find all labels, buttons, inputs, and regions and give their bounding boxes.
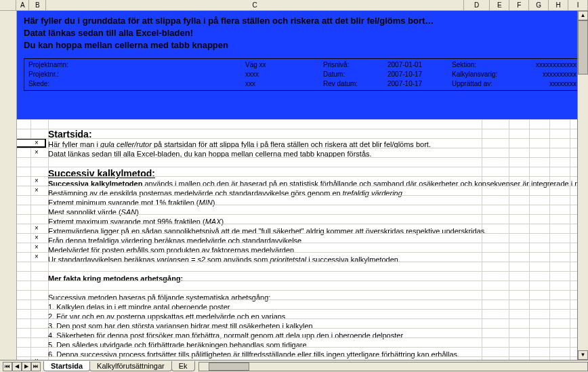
text-line: Medelvärdet för posten erhålls som produ… [48, 245, 588, 255]
text-line: Extremt minimum svarande mot 1% fraktile… [48, 198, 588, 207]
banner-line: Datat länkas sedan till alla Excel-blade… [24, 27, 581, 39]
horizontal-scrollbar[interactable] [198, 362, 588, 371]
info-row: Projektnamn: Väg xx Prisnivå: 2007-01-01… [28, 60, 576, 70]
bullet-x: × [27, 243, 46, 252]
column-header-row: A B C D E F G H I [0, 0, 588, 11]
info-value: xxxxxxxxxx [523, 70, 576, 79]
text-line: Ur standardavvikelsen beräknas variansen… [48, 255, 588, 264]
bullet-x: × [27, 224, 46, 233]
text-line: 2. För var och en av posterna uppskattas… [48, 312, 588, 321]
info-value: 2007-01-01 [387, 60, 452, 70]
info-value: xxxxxxxxxxxx [523, 60, 576, 70]
bullet-x: × [27, 252, 46, 262]
scroll-up-button[interactable]: ▲ [578, 11, 588, 20]
info-value: Väg xx [245, 60, 323, 70]
col-header[interactable]: A [16, 0, 29, 10]
text-line: Datat länkas sedan till alla Excel-blade… [48, 149, 588, 159]
vscroll-track[interactable] [578, 20, 588, 350]
info-label: Kalkylansvarig: [452, 70, 523, 79]
col-header[interactable]: C [46, 0, 463, 10]
info-row: Skede: xxx Rev datum: 2007-10-17 Upprätt… [28, 79, 576, 89]
content-area: Startsida: Här fyller man i gula celler/… [17, 119, 588, 360]
col-header[interactable]: F [509, 0, 529, 10]
bullet-x: × [27, 138, 46, 148]
info-label: Datum: [323, 70, 387, 79]
col-header[interactable]: G [529, 0, 549, 10]
bullet-x: × [27, 148, 46, 157]
sheet-tab-kalkyl[interactable]: Kalkylförutsättningar [89, 361, 172, 371]
info-row: Projektnr.: xxxx Datum: 2007-10-17 Kalky… [28, 70, 576, 79]
select-all-corner[interactable] [0, 0, 16, 10]
tab-nav-prev[interactable]: ◀ [12, 362, 22, 371]
banner-line: Du kan hoppa mellan cellerna med tabb kn… [24, 39, 581, 51]
text-line: Bestämning av de enskilda posternas mede… [48, 188, 588, 198]
text-line: Här fyller man i gula celler/rutor på st… [48, 140, 588, 149]
banner-line: Här fyller du i grunddata för att slippa… [24, 15, 581, 27]
info-label: Rev datum: [323, 79, 387, 89]
text-line: 1. Kalkylen delas in i ett mindre antal … [48, 302, 588, 312]
sheet-tab-startsida[interactable]: Startsida [43, 361, 90, 371]
hscroll-thumb[interactable] [209, 363, 249, 371]
bullet-x: × [27, 233, 46, 243]
bullet-x: × [27, 176, 46, 186]
text-line: Extremt maximum svarande mot 99% fraktil… [48, 217, 588, 226]
info-label: Projektnamn: [28, 60, 245, 70]
banner-panel: Här fyller du i grunddata för att slippa… [17, 11, 588, 119]
tab-nav-next[interactable]: ▶ [22, 362, 31, 371]
tab-nav-group: ⏮ ◀ ▶ ⏭ [0, 362, 43, 371]
info-label: Prisnivå: [323, 60, 387, 70]
vscroll-thumb[interactable] [578, 20, 588, 75]
tab-nav-last[interactable]: ⏭ [31, 362, 41, 371]
text-line: Successiva metoden baseras på följande s… [48, 293, 588, 302]
info-value: xxxxxxxx [523, 79, 576, 89]
text-line: 5. Den således utvidgade och förbättrade… [48, 340, 588, 350]
info-value: xxx [245, 79, 323, 89]
sheet-tab-bar: ⏮ ◀ ▶ ⏭ Startsida Kalkylförutsättningar … [0, 360, 588, 372]
info-label: Sektion: [452, 60, 523, 70]
spreadsheet-grid[interactable]: Här fyller du i grunddata för att slippa… [17, 11, 588, 360]
text-line: Mest sannolikt värde (SAN) [48, 207, 588, 217]
info-value: 2007-10-17 [387, 79, 452, 89]
tab-nav-first[interactable]: ⏮ [3, 362, 12, 371]
info-box: Projektnamn: Väg xx Prisnivå: 2007-01-01… [24, 58, 581, 91]
col-header[interactable]: B [29, 0, 46, 10]
section-heading-startsida: Startsida: [48, 129, 588, 140]
sheet-tab-ek[interactable]: Ek [171, 361, 195, 371]
col-header[interactable]: I [568, 0, 588, 10]
vertical-scrollbar[interactable]: ▲ ▼ [577, 11, 588, 360]
text-line: Extremvärdena ligger på en sådan sannoli… [48, 226, 588, 236]
col-header[interactable]: H [549, 0, 568, 10]
col-header[interactable]: E [490, 0, 509, 10]
text-line: 4. Säkerheten för denna post försöker ma… [48, 331, 588, 340]
info-value: xxxx [245, 70, 323, 79]
text-line: Från denna trefaldiga värdering beräknas… [48, 236, 588, 245]
text-line: Successiva kalkylmetoden används i malle… [48, 179, 588, 188]
bullet-x: × [27, 186, 46, 195]
section-heading-fakta: Mer fakta kring metodens arbetsgång: [48, 274, 588, 283]
info-label: Upprättad av: [452, 79, 523, 89]
info-label: Projektnr.: [28, 70, 245, 79]
section-heading-metod: Successiv kalkylmetod: [48, 168, 588, 179]
text-line: 6. Denna successiva process fortsätter t… [48, 350, 588, 359]
info-value: 2007-10-17 [387, 70, 452, 79]
row-header-column [0, 11, 17, 360]
text-line: 3. Den post som har den största varianse… [48, 321, 588, 331]
col-header[interactable]: D [464, 0, 490, 10]
scroll-down-button[interactable]: ▼ [578, 350, 588, 360]
info-label: Skede: [28, 79, 245, 89]
